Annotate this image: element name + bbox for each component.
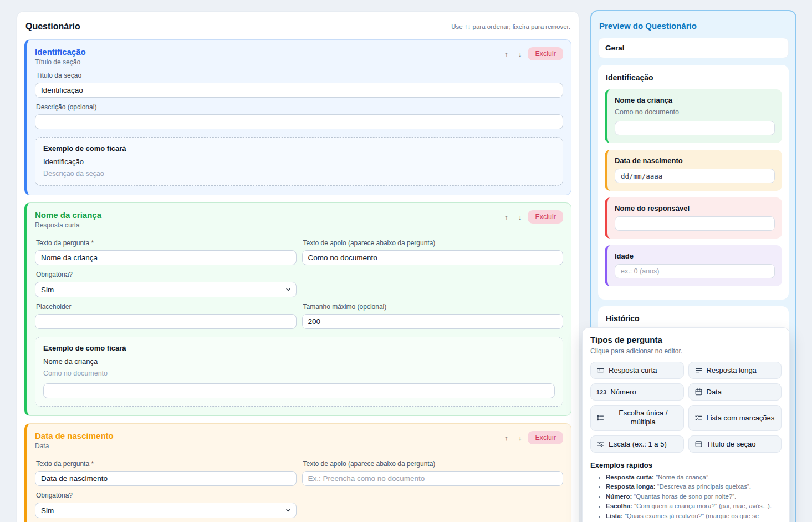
section-title-input[interactable] bbox=[35, 83, 563, 98]
section-type-label: Título de seção bbox=[35, 58, 86, 66]
example-text: “Com quem a criança mora?” (pai, mãe, av… bbox=[634, 503, 772, 509]
section-title-field-label: Título da seção bbox=[36, 72, 562, 79]
support-text-input[interactable] bbox=[302, 250, 564, 265]
palette-escala-button[interactable]: Escala (ex.: 1 a 5) bbox=[590, 435, 684, 453]
support-text-label: Texto de apoio (aparece abaixo da pergun… bbox=[303, 460, 563, 468]
palette-numero-button[interactable]: 123 Número bbox=[590, 383, 684, 401]
long-answer-icon bbox=[694, 366, 703, 374]
required-select[interactable]: Sim bbox=[35, 282, 297, 297]
question-types-subtitle: Clique para adicionar no editor. bbox=[590, 347, 782, 355]
delete-section-button[interactable]: Excluir bbox=[528, 47, 563, 60]
preview-tab-geral[interactable]: Geral bbox=[598, 38, 789, 58]
palette-button-label: Número bbox=[610, 388, 636, 396]
quick-examples-title: Exemplos rápidos bbox=[590, 461, 782, 469]
example-type: Número: bbox=[606, 493, 632, 500]
short-answer-icon bbox=[596, 366, 605, 374]
quick-example-item: Número: “Quantas horas de sono por noite… bbox=[606, 493, 782, 501]
placeholder-input[interactable] bbox=[35, 314, 297, 329]
example-type: Lista: bbox=[606, 513, 623, 519]
example-text: “Descreva as principais queixas”. bbox=[657, 483, 751, 490]
section-type-label: Data bbox=[35, 442, 114, 450]
page-title: Questionário bbox=[25, 22, 80, 32]
palette-button-label: Resposta curta bbox=[609, 366, 657, 374]
palette-resposta-curta-button[interactable]: Resposta curta bbox=[590, 362, 684, 379]
example-answer-input[interactable] bbox=[43, 383, 555, 398]
quick-example-item: Lista: “Quais exames já realizou?” (marq… bbox=[606, 512, 782, 522]
palette-data-button[interactable]: Data bbox=[688, 383, 782, 401]
question-text-input[interactable] bbox=[35, 471, 297, 486]
example-question-help: Como no documento bbox=[43, 369, 555, 377]
example-type: Resposta curta: bbox=[606, 474, 654, 480]
preview-question-idade: Idade bbox=[605, 245, 782, 286]
preview-question-label: Idade bbox=[615, 252, 775, 260]
preview-title: Preview do Questionário bbox=[599, 21, 788, 31]
preview-text-input[interactable] bbox=[615, 216, 775, 231]
description-field-label: Descrição (opcional) bbox=[36, 103, 562, 111]
preview-question-label: Nome do responsável bbox=[615, 204, 775, 212]
section-title: Nome da criança bbox=[35, 210, 101, 220]
editor-header: Questionário Use ↑↓ para ordenar; lixeir… bbox=[24, 21, 571, 39]
move-up-button[interactable]: ↑ bbox=[501, 48, 512, 60]
section-title: Identificação bbox=[35, 47, 86, 57]
question-types-panel: Tipos de pergunta Clique para adicionar … bbox=[582, 327, 790, 522]
questionnaire-editor-panel: Questionário Use ↑↓ para ordenar; lixeir… bbox=[17, 11, 579, 522]
palette-titulo-de-secao-button[interactable]: Título de seção bbox=[688, 435, 782, 453]
preview-text-input[interactable] bbox=[615, 121, 775, 135]
required-select[interactable]: Sim bbox=[35, 503, 297, 518]
section-card-identificacao: Identificação Título de seção ↑ ↓ Exclui… bbox=[24, 39, 571, 195]
quick-example-item: Resposta curta: “Nome da criança”. bbox=[606, 473, 782, 482]
checklist-icon bbox=[694, 414, 703, 422]
required-label: Obrigatória? bbox=[36, 271, 295, 278]
example-type: Escolha: bbox=[606, 503, 632, 509]
max-length-label: Tamanho máximo (opcional) bbox=[303, 303, 563, 311]
palette-escolha-unica-multipla-button[interactable]: Escolha única / múltipla bbox=[590, 405, 684, 431]
move-down-button[interactable]: ↓ bbox=[514, 211, 526, 223]
quick-example-item: Resposta longa: “Descreva as principais … bbox=[606, 483, 782, 491]
quick-example-item: Escolha: “Com quem a criança mora?” (pai… bbox=[606, 502, 782, 511]
question-types-grid: Resposta curta Resposta longa 123 Número… bbox=[590, 362, 782, 453]
support-text-input[interactable] bbox=[302, 471, 564, 486]
example-text: “Nome da criança”. bbox=[656, 474, 710, 480]
support-text-label: Texto de apoio (aparece abaixo da pergun… bbox=[303, 239, 563, 247]
palette-button-label: Data bbox=[707, 388, 722, 396]
move-down-button[interactable]: ↓ bbox=[514, 432, 526, 444]
palette-button-label: Título de seção bbox=[707, 440, 756, 448]
question-types-title: Tipos de pergunta bbox=[590, 335, 782, 344]
number-icon: 123 bbox=[596, 389, 606, 396]
move-up-button[interactable]: ↑ bbox=[501, 211, 512, 223]
move-up-button[interactable]: ↑ bbox=[501, 432, 512, 444]
palette-button-label: Resposta longa bbox=[707, 366, 757, 374]
palette-lista-com-marcacoes-button[interactable]: Lista com marcações bbox=[688, 405, 782, 431]
preview-number-input[interactable] bbox=[615, 264, 775, 278]
example-type: Resposta longa: bbox=[606, 483, 655, 490]
section-title: Data de nascimento bbox=[35, 431, 114, 440]
example-section-title: Identificação bbox=[43, 158, 555, 166]
section-title-icon bbox=[694, 440, 703, 448]
example-heading: Exemplo de como ficará bbox=[43, 344, 555, 352]
required-label: Obrigatória? bbox=[36, 491, 295, 499]
example-preview-box: Exemplo de como ficará Nome da criança C… bbox=[35, 337, 563, 407]
palette-resposta-longa-button[interactable]: Resposta longa bbox=[688, 362, 782, 379]
preview-question-data-de-nascimento: Data de nascimento dd/mm/aaaa bbox=[605, 150, 782, 191]
example-question-label: Nome da criança bbox=[43, 357, 555, 366]
move-down-button[interactable]: ↓ bbox=[514, 48, 526, 60]
preview-section-card: Identificação Nome da criança Como no do… bbox=[598, 65, 789, 300]
palette-button-label: Lista com marcações bbox=[707, 414, 775, 422]
palette-button-label: Escala (ex.: 1 a 5) bbox=[609, 440, 667, 448]
reorder-hint: Use ↑↓ para ordenar; lixeira para remove… bbox=[451, 23, 570, 30]
preview-date-input[interactable]: dd/mm/aaaa bbox=[615, 169, 775, 183]
scale-icon bbox=[596, 440, 605, 448]
description-input[interactable] bbox=[35, 114, 563, 129]
example-heading: Exemplo de como ficará bbox=[43, 144, 555, 153]
delete-section-button[interactable]: Excluir bbox=[528, 210, 563, 224]
preview-next-section-title: Histórico bbox=[606, 314, 781, 323]
section-card-data-de-nascimento: Data de nascimento Data ↑ ↓ Excluir Text… bbox=[24, 423, 571, 522]
delete-section-button[interactable]: Excluir bbox=[528, 431, 563, 444]
example-text: “Quantas horas de sono por noite?”. bbox=[634, 493, 736, 500]
preview-date-value: dd/mm/aaaa bbox=[621, 172, 662, 180]
preview-question-help: Como no documento bbox=[615, 108, 775, 116]
question-text-input[interactable] bbox=[35, 250, 297, 265]
calendar-icon bbox=[694, 388, 703, 396]
max-length-input[interactable] bbox=[302, 314, 564, 329]
example-text: “Quais exames já realizou?” (marque os q… bbox=[606, 513, 759, 522]
